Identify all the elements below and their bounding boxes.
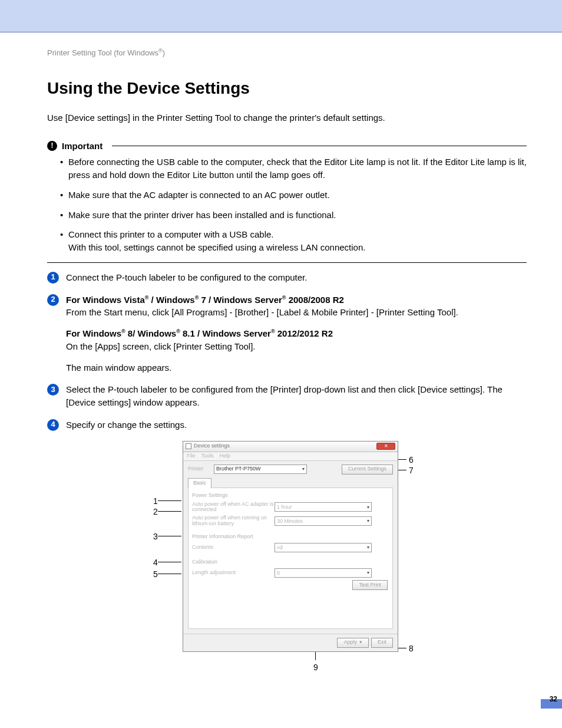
step: 3 Select the P-touch labeler to be confi… [47,383,527,409]
group-cal-title: Calibration [192,558,389,566]
steps-list: 1 Connect the P-touch labeler to be conf… [47,271,527,431]
opt4-label: Length adjustment [192,570,275,576]
chevron-down-icon: ▾ [367,518,369,525]
step: 1 Connect the P-touch labeler to be conf… [47,271,527,284]
menu-tools[interactable]: Tools [201,452,214,460]
menu-help[interactable]: Help [220,452,231,460]
opt1-label: Auto power off when AC adapter is connec… [192,502,275,513]
menu-file[interactable]: File [187,452,196,460]
important-item: Make sure that the AC adapter is connect… [60,189,527,202]
test-print-button[interactable]: Test Print [352,580,388,590]
opt2-combo[interactable]: 30 Minutes▾ [275,516,372,526]
settings-panel: Power Settings Auto power off when AC ad… [188,487,393,629]
step-number-badge: 1 [47,272,59,284]
step2-body2: On the [Apps] screen, click [Printer Set… [66,341,256,351]
important-label: Important [62,140,103,153]
callout-7: 7 [398,465,414,476]
chevron-down-icon: ▾ [302,466,305,473]
important-item: Before connecting the USB cable to the c… [60,156,527,182]
tab-basic[interactable]: Basic [188,478,211,488]
running-head: Printer Setting Tool (for Windows®) [47,47,527,59]
step: 2 For Windows Vista® / Windows® 7 / Wind… [47,294,527,374]
running-head-close: ) [163,48,165,57]
exit-button[interactable]: Exit [371,638,393,648]
printer-value: Brother PT-P750W [216,465,261,473]
step: 4 Specify or change the settings. [47,419,527,431]
running-head-text: Printer Setting Tool (for Windows [47,48,158,57]
step2-body1: From the Start menu, click [All Programs… [66,307,458,317]
important-item: Make sure that the printer driver has be… [60,209,527,222]
important-icon: ! [47,141,57,151]
callout-2: 2 [153,506,181,518]
apply-button[interactable]: Apply▾ [337,638,369,648]
screenshot-with-callouts: 1 2 3 4 5 6 7 8 9 Device settings ✕ File… [165,441,418,652]
important-rule [112,146,527,146]
window-titlebar: Device settings ✕ [183,442,398,452]
important-section: ! Important Before connecting the USB ca… [47,136,527,254]
step-body: Connect the P-touch labeler to be config… [66,271,527,284]
step-body: Select the P-touch labeler to be configu… [66,383,527,409]
callout-4: 4 [153,556,181,568]
callout-3: 3 [153,531,181,542]
chevron-down-icon: ▾ [367,569,369,577]
device-settings-screenshot: Device settings ✕ File Tools Help Printe… [183,441,398,652]
callout-9: 9 [313,652,318,673]
group-info-title: Printer Information Report [192,533,389,541]
reg-mark: ® [158,48,163,54]
page-number: 32 [550,694,557,704]
callout-8: 8 [398,643,414,654]
chevron-down-icon: ▾ [367,504,369,511]
step-body: For Windows Vista® / Windows® 7 / Window… [66,294,527,374]
opt3-label: Contents [192,545,275,551]
step2-heading2: For Windows® 8/ Windows® 8.1 / Windows S… [66,328,333,338]
callout-5: 5 [153,568,181,580]
menubar: File Tools Help [183,452,398,461]
current-settings-button[interactable]: Current Settings [342,465,393,475]
window-icon [186,443,191,449]
important-item: Connect this printer to a computer with … [60,228,527,254]
page-title: Using the Device Settings [47,77,527,101]
opt3-combo[interactable]: All▾ [275,543,372,552]
window-title: Device settings [194,442,230,450]
opt1-combo[interactable]: 1 hour▾ [275,502,372,512]
chevron-down-icon: ▾ [359,638,362,646]
dialog-footer: Apply▾ Exit [183,634,398,651]
intro-paragraph: Use [Device settings] in the Printer Set… [47,111,527,124]
chevron-down-icon: ▾ [367,544,369,551]
step-number-badge: 4 [47,419,59,431]
step-body: Specify or change the settings. [66,419,527,431]
opt4-combo[interactable]: 0▾ [275,568,372,578]
opt2-label: Auto power off when running on lithium-i… [192,515,275,527]
close-icon[interactable]: ✕ [376,443,395,450]
section-divider [47,262,527,263]
top-header-bar [0,0,562,32]
step-number-badge: 2 [47,294,59,306]
printer-combo[interactable]: Brother PT-P750W ▾ [214,465,307,474]
page-content: Printer Setting Tool (for Windows®) Usin… [0,32,562,711]
step2-heading1: For Windows Vista® / Windows® 7 / Window… [66,295,344,305]
step2-body3: The main window appears. [66,361,527,374]
step-number-badge: 3 [47,384,59,396]
printer-label: Printer [188,465,209,473]
group-power-title: Power Settings [192,492,389,499]
